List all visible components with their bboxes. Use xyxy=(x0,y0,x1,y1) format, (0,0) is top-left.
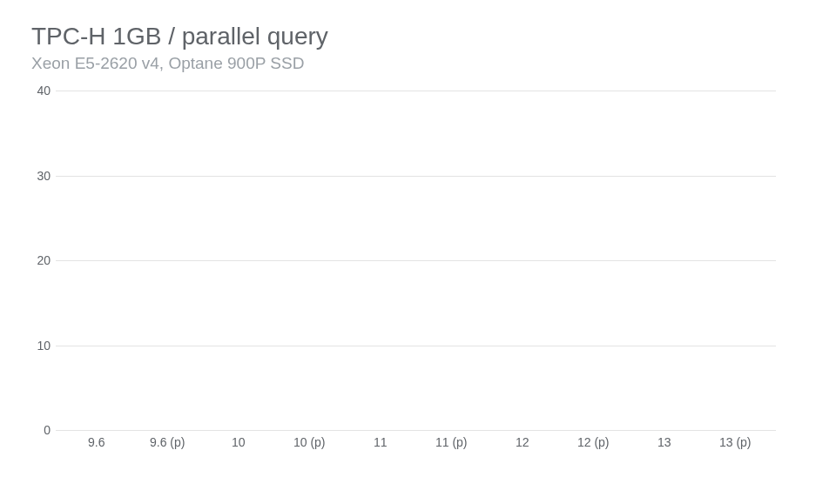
bar-slot xyxy=(700,91,772,430)
x-tick-label: 9.6 (p) xyxy=(132,430,204,456)
y-tick-label: 30 xyxy=(30,169,51,183)
y-tick-label: 40 xyxy=(30,84,51,97)
bars-group xyxy=(56,91,776,430)
x-tick-label: 13 xyxy=(629,430,700,456)
bar-slot xyxy=(61,91,132,430)
bar-slot xyxy=(416,91,488,430)
bar-slot xyxy=(132,91,204,430)
x-tick-label: 9.6 xyxy=(61,430,132,456)
bar-slot xyxy=(629,91,700,430)
chart-subtitle: Xeon E5-2620 v4, Optane 900P SSD xyxy=(31,54,785,73)
x-tick-label: 10 xyxy=(203,430,274,456)
plot-area: 010203040 9.69.6 (p)1010 (p)1111 (p)1212… xyxy=(56,91,776,456)
y-tick-label: 20 xyxy=(30,253,51,267)
bar-slot xyxy=(558,91,630,430)
chart-container: TPC-H 1GB / parallel query Xeon E5-2620 … xyxy=(0,0,816,504)
x-tick-label: 11 (p) xyxy=(416,430,488,456)
y-tick-label: 10 xyxy=(30,339,51,353)
x-tick-label: 10 (p) xyxy=(274,430,346,456)
x-tick-label: 11 xyxy=(345,430,416,456)
bar-slot xyxy=(345,91,416,430)
x-axis-labels: 9.69.6 (p)1010 (p)1111 (p)1212 (p)1313 (… xyxy=(56,430,776,456)
bar-slot xyxy=(274,91,346,430)
y-tick-label: 0 xyxy=(30,423,51,437)
chart-title: TPC-H 1GB / parallel query xyxy=(31,23,785,50)
bar-slot xyxy=(487,91,558,430)
x-tick-label: 12 xyxy=(487,430,558,456)
x-tick-label: 13 (p) xyxy=(700,430,772,456)
bar-slot xyxy=(203,91,274,430)
x-tick-label: 12 (p) xyxy=(558,430,630,456)
